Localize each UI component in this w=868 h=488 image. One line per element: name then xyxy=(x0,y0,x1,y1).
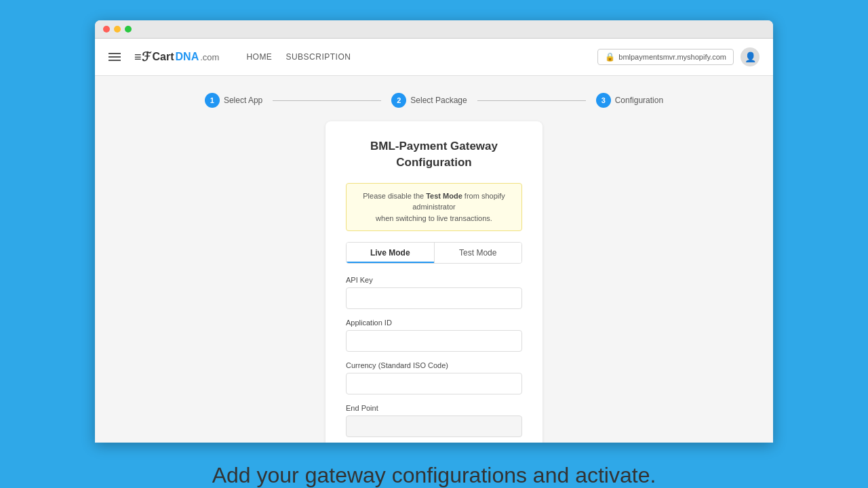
application-id-input[interactable] xyxy=(346,330,522,352)
endpoint-input[interactable] xyxy=(346,415,522,437)
step-1-label: Select App xyxy=(224,96,262,105)
application-id-label: Application ID xyxy=(346,319,522,327)
step-1-circle: 1 xyxy=(205,93,220,108)
config-card: BML-Payment GatewayConfiguration Please … xyxy=(326,121,542,443)
currency-label: Currency (Standard ISO Code) xyxy=(346,361,522,369)
page-content: ≡ℱ Cart DNA .com HOME SUBSCRIPTION 🔒 bml… xyxy=(95,39,773,443)
shopify-icon: 🔒 xyxy=(605,52,615,62)
shopify-store-badge: 🔒 bmlpaymentsmvr.myshopify.com xyxy=(597,49,734,65)
close-dot xyxy=(103,26,110,33)
step-line-2 xyxy=(477,100,586,101)
application-id-group: Application ID xyxy=(346,319,522,352)
browser-bar xyxy=(95,20,773,39)
logo: ≡ℱ Cart DNA .com xyxy=(134,49,219,64)
minimize-dot xyxy=(114,26,121,33)
nav-left: ≡ℱ Cart DNA .com HOME SUBSCRIPTION xyxy=(108,49,351,64)
step-2-label: Select Package xyxy=(410,96,467,105)
shopify-store-name: bmlpaymentsmvr.myshopify.com xyxy=(618,53,726,61)
step-line-1 xyxy=(273,100,381,101)
step-1: 1 Select App xyxy=(205,93,262,108)
maximize-dot xyxy=(125,26,132,33)
nav-right: 🔒 bmlpaymentsmvr.myshopify.com 👤 xyxy=(597,47,760,66)
step-2: 2 Select Package xyxy=(391,93,467,108)
step-3: 3 Configuration xyxy=(596,93,663,108)
hamburger-icon[interactable] xyxy=(108,53,121,61)
browser-window: ≡ℱ Cart DNA .com HOME SUBSCRIPTION 🔒 bml… xyxy=(95,20,773,443)
api-key-label: API Key xyxy=(346,276,522,284)
logo-cart: Cart xyxy=(153,51,174,63)
nav-bar: ≡ℱ Cart DNA .com HOME SUBSCRIPTION 🔒 bml… xyxy=(95,39,773,76)
logo-dna: DNA xyxy=(176,51,199,63)
logo-com: .com xyxy=(200,52,219,62)
nav-links: HOME SUBSCRIPTION xyxy=(246,52,351,62)
currency-group: Currency (Standard ISO Code) xyxy=(346,361,522,394)
endpoint-label: End Point xyxy=(346,404,522,412)
step-2-circle: 2 xyxy=(391,93,406,108)
step-3-label: Configuration xyxy=(615,96,663,105)
live-mode-button[interactable]: Live Mode xyxy=(347,243,434,263)
step-3-circle: 3 xyxy=(596,93,611,108)
test-mode-button[interactable]: Test Mode xyxy=(435,243,522,263)
mode-toggle: Live Mode Test Mode xyxy=(346,242,522,264)
currency-input[interactable] xyxy=(346,373,522,394)
card-title: BML-Payment GatewayConfiguration xyxy=(346,138,522,171)
api-key-input[interactable] xyxy=(346,287,522,309)
nav-subscription[interactable]: SUBSCRIPTION xyxy=(285,52,351,62)
warning-banner: Please disable the Test Mode from shopif… xyxy=(346,183,522,232)
nav-home[interactable]: HOME xyxy=(246,52,272,62)
api-key-group: API Key xyxy=(346,276,522,309)
endpoint-group: End Point xyxy=(346,404,522,437)
user-avatar[interactable]: 👤 xyxy=(741,47,760,66)
caption-text: Add your gateway configurations and acti… xyxy=(212,463,656,488)
logo-symbol: ≡ℱ xyxy=(134,49,151,64)
steps-bar: 1 Select App 2 Select Package 3 Configur… xyxy=(95,76,773,121)
